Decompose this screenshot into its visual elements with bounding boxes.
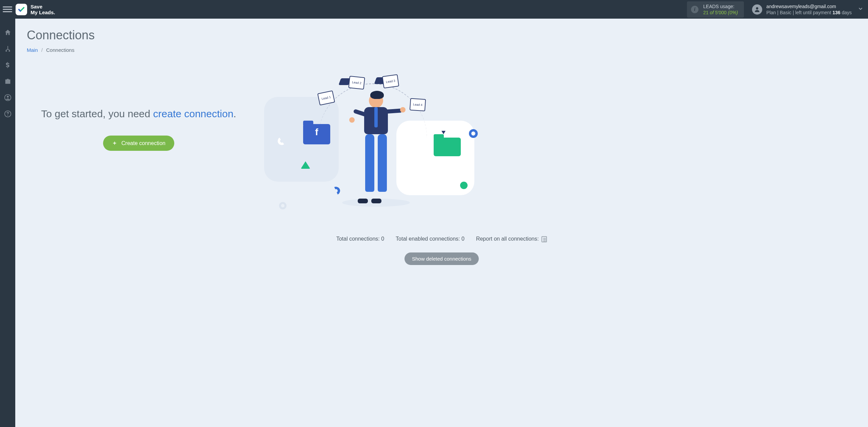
svg-point-4 [7,115,8,116]
total-connections-value: 0 [381,236,384,242]
breadcrumb-main-link[interactable]: Main [27,47,38,53]
plan-name: Basic [780,10,791,15]
usage-label: LEADS usage: [703,3,738,9]
empty-state: To get started, you need create connecti… [27,73,856,216]
brand-name: Save My Leads. [31,4,55,15]
breadcrumb-separator: / [41,47,43,53]
lead-sheet-2: Lead 2 [348,76,365,90]
facebook-folder-icon [303,124,330,144]
plan-days: 136 [832,10,840,15]
total-connections: Total connections: 0 [336,236,384,242]
shell: Connections Main / Connections To get st… [0,19,868,427]
plan-prefix: Plan | [766,10,778,15]
empty-suffix: . [233,108,236,119]
account-text: andrewsavemyleads@gmail.com Plan | Basic… [766,3,852,16]
svg-point-0 [756,7,758,9]
plus-icon: ＋ [112,140,117,147]
lead-sheet-3: Lead 3 [382,74,399,88]
show-deleted-label: Show deleted connections [412,256,471,262]
lead-sheet-4: Lead 4 [410,98,426,111]
enabled-connections-label: Total enabled connections: [396,236,460,242]
report-label: Report on all connections: [476,236,539,242]
plan-mid: | left until payment [793,10,831,15]
person-illustration [356,94,396,202]
enabled-connections-value: 0 [461,236,465,242]
report-all-connections[interactable]: Report on all connections: [476,236,547,242]
account-box[interactable]: andrewsavemyleads@gmail.com Plan | Basic… [752,3,852,16]
brand-line1: Save [31,4,55,9]
empty-left: To get started, you need create connecti… [27,73,251,151]
footer: Total connections: 0 Total enabled conne… [27,236,856,265]
plan-days-word: days [842,10,852,15]
create-connection-button[interactable]: ＋ Create connection [103,136,174,151]
briefcase-icon [4,78,12,85]
usage-values: 21 of 5'000 (0%) [703,9,738,16]
usage-percent: (0%) [728,10,738,15]
info-icon: i [691,6,698,13]
avatar-icon [752,4,762,15]
nav-account[interactable] [4,94,12,101]
chevron-down-icon [858,6,863,12]
empty-message: To get started, you need create connecti… [27,107,251,121]
account-plan: Plan | Basic | left until payment 136 da… [766,9,852,16]
menu-toggle-button[interactable] [3,5,12,14]
usage-of: of [710,10,714,15]
stats-row: Total connections: 0 Total enabled conne… [27,236,856,242]
sidebar [0,19,15,427]
nav-home[interactable] [4,29,12,36]
enabled-connections: Total enabled connections: 0 [396,236,465,242]
page-title: Connections [27,28,856,42]
account-email: andrewsavemyleads@gmail.com [766,3,852,9]
help-icon [4,110,12,118]
check-logo-icon [18,6,25,13]
nav-help[interactable] [4,110,12,118]
nav-billing[interactable] [4,61,12,69]
target-folder-icon [434,138,461,156]
leads-usage-box: i LEADS usage: 21 of 5'000 (0%) [687,1,744,18]
sitemap-icon [4,45,12,53]
user-circle-icon [4,94,12,101]
account-menu-chevron[interactable] [858,6,863,13]
brand-logo[interactable] [16,4,27,15]
usage-used: 21 [703,10,709,15]
show-deleted-button[interactable]: Show deleted connections [405,252,479,265]
svg-point-2 [7,96,9,98]
main-content: Connections Main / Connections To get st… [15,19,868,427]
create-connection-label: Create connection [121,140,165,146]
empty-prefix: To get started, you need [41,108,153,119]
brand-line2: My Leads. [31,9,55,15]
breadcrumb-current: Connections [46,47,74,53]
document-icon [541,236,547,242]
home-icon [4,29,12,36]
breadcrumb: Main / Connections [27,47,856,53]
nav-connections[interactable] [4,45,12,53]
nav-briefcase[interactable] [4,78,12,85]
total-connections-label: Total connections: [336,236,380,242]
empty-create-link[interactable]: create connection [153,108,234,119]
dollar-icon [4,61,12,69]
empty-illustration: Lead 1 Lead 2 Lead 3 Lead 4 [264,73,481,216]
usage-limit: 5'000 [715,10,727,15]
topbar: Save My Leads. i LEADS usage: 21 of 5'00… [0,0,868,19]
